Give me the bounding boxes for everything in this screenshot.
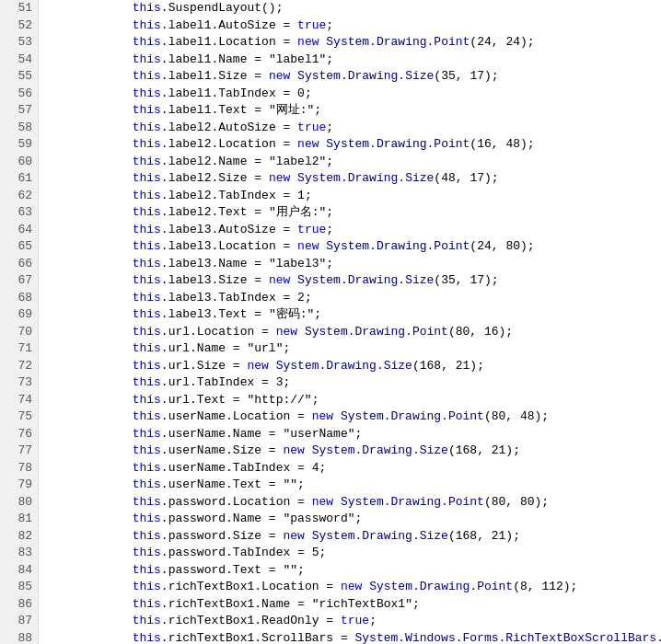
- code-line: this.label1.Name = "label1";: [39, 52, 661, 69]
- line-number: 65: [0, 238, 38, 256]
- line-number: 75: [0, 408, 38, 426]
- code-line: this.label3.AutoSize = true;: [39, 222, 661, 239]
- line-number: 85: [0, 579, 38, 596]
- code-line: this.label1.Location = new System.Drawin…: [39, 34, 661, 52]
- code-editor: 5152535455565758596061626364656667686970…: [0, 0, 661, 644]
- line-number: 82: [0, 528, 38, 546]
- code-line: this.label3.TabIndex = 2;: [39, 290, 661, 307]
- line-number: 77: [0, 443, 38, 460]
- line-number: 84: [0, 562, 38, 580]
- code-line: this.userName.Text = "";: [39, 477, 661, 494]
- code-line: this.SuspendLayout();: [39, 0, 661, 17]
- line-number: 51: [0, 0, 38, 17]
- code-line: this.password.TabIndex = 5;: [39, 545, 661, 562]
- code-line: this.label2.AutoSize = true;: [39, 120, 661, 137]
- line-number: 61: [0, 170, 38, 188]
- code-line: this.label2.Size = new System.Drawing.Si…: [39, 170, 661, 188]
- code-line: this.userName.Name = "userName";: [39, 426, 661, 443]
- code-line: this.url.Location = new System.Drawing.P…: [39, 324, 661, 341]
- line-number: 78: [0, 460, 38, 477]
- code-line: this.richTextBox1.ReadOnly = true;: [39, 613, 661, 630]
- line-number: 60: [0, 154, 38, 171]
- line-number: 57: [0, 102, 38, 120]
- line-number: 87: [0, 613, 38, 630]
- line-number: 55: [0, 68, 38, 86]
- code-line: this.label3.Name = "label3";: [39, 256, 661, 273]
- line-number: 67: [0, 272, 38, 290]
- code-line: this.label2.Name = "label2";: [39, 154, 661, 171]
- code-line: this.userName.Location = new System.Draw…: [39, 408, 661, 426]
- line-number: 86: [0, 596, 38, 614]
- line-number: 64: [0, 222, 38, 239]
- code-line: this.userName.Size = new System.Drawing.…: [39, 443, 661, 460]
- code-line: this.label3.Text = "密码:";: [39, 306, 661, 324]
- code-line: this.label1.AutoSize = true;: [39, 17, 661, 35]
- line-number: 76: [0, 426, 38, 443]
- code-line: this.label2.Location = new System.Drawin…: [39, 136, 661, 154]
- code-line: this.password.Name = "password";: [39, 511, 661, 528]
- code-line: this.label3.Location = new System.Drawin…: [39, 238, 661, 256]
- line-number: 88: [0, 630, 38, 645]
- code-line: this.password.Text = "";: [39, 562, 661, 580]
- line-number: 70: [0, 324, 38, 341]
- code-line: this.password.Location = new System.Draw…: [39, 494, 661, 512]
- line-number: 63: [0, 204, 38, 222]
- line-number: 71: [0, 340, 38, 358]
- line-number: 53: [0, 34, 38, 52]
- code-line: this.userName.TabIndex = 4;: [39, 460, 661, 477]
- line-number: 72: [0, 358, 38, 375]
- line-number: 79: [0, 477, 38, 494]
- code-line: this.label2.Text = "用户名:";: [39, 204, 661, 222]
- code-line: this.label1.TabIndex = 0;: [39, 86, 661, 103]
- line-number: 83: [0, 545, 38, 562]
- line-number: 73: [0, 374, 38, 392]
- line-number: 81: [0, 511, 38, 528]
- code-line: this.password.Size = new System.Drawing.…: [39, 528, 661, 546]
- line-number: 62: [0, 188, 38, 205]
- line-number: 74: [0, 392, 38, 409]
- code-line: this.label1.Text = "网址:";: [39, 102, 661, 120]
- code-line: this.url.TabIndex = 3;: [39, 374, 661, 392]
- code-line: this.richTextBox1.Name = "richTextBox1";: [39, 596, 661, 614]
- line-number: 69: [0, 306, 38, 324]
- line-number: 68: [0, 290, 38, 307]
- line-number: 56: [0, 86, 38, 103]
- line-number: 54: [0, 52, 38, 69]
- code-line: this.richTextBox1.ScrollBars = System.Wi…: [39, 630, 661, 645]
- code-line: this.richTextBox1.Location = new System.…: [39, 579, 661, 596]
- code-line: this.label3.Size = new System.Drawing.Si…: [39, 272, 661, 290]
- code-line: this.label1.Size = new System.Drawing.Si…: [39, 68, 661, 86]
- line-number: 58: [0, 120, 38, 137]
- line-number: 66: [0, 256, 38, 273]
- line-number: 52: [0, 17, 38, 35]
- code-line: this.label2.TabIndex = 1;: [39, 188, 661, 205]
- line-number-gutter: 5152535455565758596061626364656667686970…: [0, 0, 39, 644]
- code-line: this.url.Text = "http://";: [39, 392, 661, 409]
- code-line: this.url.Size = new System.Drawing.Size(…: [39, 358, 661, 375]
- code-line: this.url.Name = "url";: [39, 340, 661, 358]
- code-content[interactable]: this.SuspendLayout(); this.label1.AutoSi…: [39, 0, 661, 644]
- line-number: 59: [0, 136, 38, 154]
- line-number: 80: [0, 494, 38, 512]
